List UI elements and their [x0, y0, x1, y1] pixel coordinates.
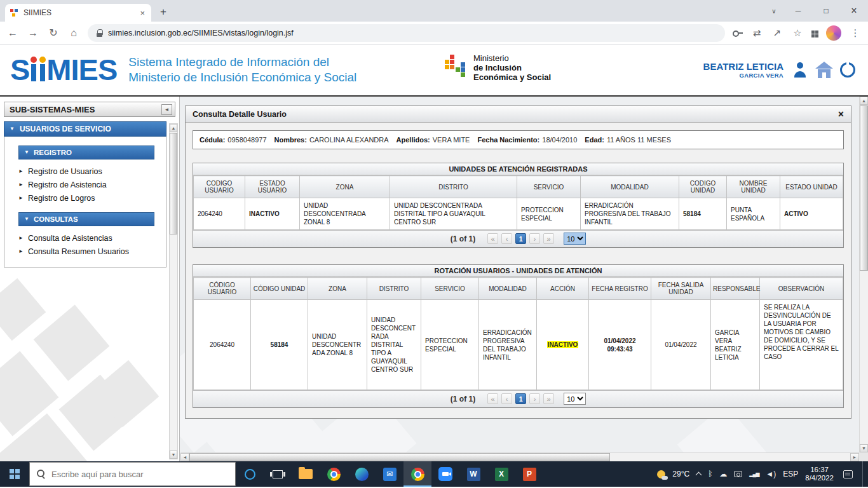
chrome-button[interactable]: [320, 461, 348, 487]
panel-close-icon[interactable]: ×: [838, 109, 844, 119]
window-close-button[interactable]: ×: [840, 0, 868, 22]
word-button[interactable]: W: [459, 461, 487, 487]
sidebar-collapse-button[interactable]: ◄: [161, 104, 172, 115]
horizontal-scrollbar[interactable]: ◄ ►: [180, 452, 859, 461]
last-page-icon[interactable]: »: [543, 393, 554, 404]
sidebar-item-registro-de-asistencia[interactable]: ► Registro de Asistencia: [18, 178, 154, 191]
first-page-icon[interactable]: «: [487, 233, 498, 244]
column-header: MODALIDAD: [479, 278, 537, 300]
column-header: CÓDIGO UNIDAD: [251, 278, 308, 300]
notification-center-icon[interactable]: [843, 470, 853, 478]
previous-page-icon[interactable]: ‹: [501, 393, 512, 404]
sidebar-item-registro-de-logros[interactable]: ► Registro de Logros: [18, 191, 154, 205]
table-row: 2064240 INACTIVO UNIDAD DESCONCENTRADA Z…: [194, 198, 843, 230]
new-tab-button[interactable]: +: [155, 4, 172, 20]
forward-icon[interactable]: →: [27, 27, 39, 39]
panel-title: Consulta Detalle Usuario: [193, 110, 287, 119]
edge-button[interactable]: [348, 461, 376, 487]
start-button[interactable]: [0, 461, 29, 487]
network-signal-icon[interactable]: ▂▄▆: [749, 471, 759, 477]
scroll-down-icon[interactable]: ▼: [860, 444, 868, 452]
logo-letter-i-icon: [40, 64, 45, 81]
bluetooth-icon[interactable]: ᛒ: [708, 470, 712, 478]
scroll-left-icon[interactable]: ◄: [180, 453, 189, 461]
vertical-scrollbar[interactable]: ▲ ▼: [859, 97, 868, 452]
consulta-detalle-usuario-panel: Consulta Detalle Usuario × Cédula: 09580…: [185, 105, 851, 419]
chrome-active-button[interactable]: [403, 461, 431, 487]
user-profile-icon[interactable]: [792, 62, 808, 78]
taskbar-search[interactable]: [29, 462, 236, 486]
sidebar-item-consulta-de-asistencias[interactable]: ► Consulta de Asistencias: [18, 231, 154, 245]
submenu-label: CONSULTAS: [34, 215, 78, 223]
next-page-icon[interactable]: ›: [529, 393, 540, 404]
camera-device-icon[interactable]: [734, 471, 742, 477]
submenu-consultas[interactable]: ▼ CONSULTAS: [18, 212, 154, 226]
home-app-icon[interactable]: [815, 62, 833, 78]
browser-tab[interactable]: SIIMIES ×: [5, 4, 151, 22]
scroll-right-icon[interactable]: ►: [850, 453, 859, 461]
language-indicator[interactable]: ESP: [783, 470, 798, 478]
home-icon[interactable]: ⌂: [67, 27, 80, 39]
scroll-up-icon[interactable]: ▲: [170, 124, 177, 132]
first-page-icon[interactable]: «: [487, 393, 498, 404]
scroll-up-icon[interactable]: ▲: [860, 97, 868, 105]
previous-page-icon[interactable]: ‹: [501, 233, 512, 244]
file-explorer-button[interactable]: [292, 461, 320, 487]
user-surname: GARCIA VERA: [703, 72, 783, 79]
search-input[interactable]: [51, 470, 217, 479]
cedula-label: Cédula:: [200, 136, 225, 144]
browser-menu-icon[interactable]: ⋮: [849, 27, 862, 39]
volume-icon[interactable]: ◄): [766, 470, 776, 478]
tab-title: SIIMIES: [24, 8, 134, 17]
page-number-button[interactable]: 1: [515, 233, 526, 244]
extensions-icon[interactable]: [811, 30, 815, 34]
tray-expand-icon[interactable]: [696, 472, 702, 478]
weather-icon[interactable]: [657, 470, 665, 478]
powerpoint-button[interactable]: P: [515, 461, 543, 487]
logo-letter-i-icon: [31, 64, 36, 81]
window-maximize-button[interactable]: □: [812, 0, 840, 22]
address-bar[interactable]: siimies.inclusion.gob.ec/SIIMIES/vistas/…: [88, 24, 725, 42]
bookmark-star-icon[interactable]: ☆: [791, 27, 804, 39]
last-page-icon[interactable]: »: [543, 233, 554, 244]
cedula-value: 0958048977: [227, 136, 266, 144]
scrollbar-thumb[interactable]: [189, 453, 610, 461]
profile-avatar[interactable]: [826, 25, 841, 41]
page-number-button[interactable]: 1: [515, 393, 526, 404]
reload-icon[interactable]: ↻: [47, 27, 60, 39]
powerpoint-icon: P: [523, 468, 536, 481]
mail-icon: ✉: [383, 468, 397, 481]
task-view-button[interactable]: [264, 461, 292, 487]
scrollbar-thumb[interactable]: [860, 105, 868, 271]
scroll-down-icon[interactable]: ▼: [170, 451, 177, 459]
window-minimize-button[interactable]: ─: [784, 0, 812, 22]
tab-close-icon[interactable]: ×: [139, 8, 146, 18]
scrollbar-thumb[interactable]: [170, 133, 177, 234]
tab-search-icon[interactable]: ∨: [764, 0, 784, 22]
password-key-icon[interactable]: [733, 30, 743, 36]
onedrive-cloud-icon[interactable]: ☁: [719, 470, 727, 478]
sidebar-menu-panel: ▼ REGISTRO ► Registro de Usuarios ► Regi…: [4, 137, 166, 268]
rows-per-page-select[interactable]: 10: [564, 393, 586, 405]
next-page-icon[interactable]: ›: [529, 233, 540, 244]
column-header: DISTRITO: [367, 278, 421, 300]
submenu-registro[interactable]: ▼ REGISTRO: [18, 146, 154, 159]
translate-icon[interactable]: ⇄: [750, 27, 763, 39]
logout-power-icon[interactable]: [840, 62, 855, 78]
excel-button[interactable]: X: [487, 461, 515, 487]
cell-observacion: SE REALIZA LA DESVINCULACIÓN DE LA USUAR…: [760, 300, 843, 390]
sidebar-item-consulta-resumen-usuarios[interactable]: ► Consulta Resumen Usuarios: [18, 245, 154, 258]
temperature-text[interactable]: 29°C: [672, 470, 689, 478]
sidebar-scrollbar[interactable]: ▲ ▼: [169, 123, 178, 459]
rows-per-page-select[interactable]: 10: [564, 233, 586, 245]
back-icon[interactable]: ←: [6, 27, 19, 39]
clock[interactable]: 16:37 8/4/2022: [805, 466, 834, 482]
sidebar-menu-usuarios-de-servicio[interactable]: ▼ USUARIOS DE SERVICIO: [4, 121, 166, 137]
sidebar-item-registro-de-usuarios[interactable]: ► Registro de Usuarios: [18, 165, 154, 178]
show-desktop-button[interactable]: [862, 461, 865, 487]
cortana-button[interactable]: [236, 461, 264, 487]
mail-button[interactable]: ✉: [376, 461, 403, 487]
cell-distrito: UNIDAD DESCONCENTRADA DISTRITAL TIPO A G…: [390, 198, 517, 230]
share-icon[interactable]: ↗: [771, 27, 783, 39]
zoom-button[interactable]: [431, 461, 459, 487]
